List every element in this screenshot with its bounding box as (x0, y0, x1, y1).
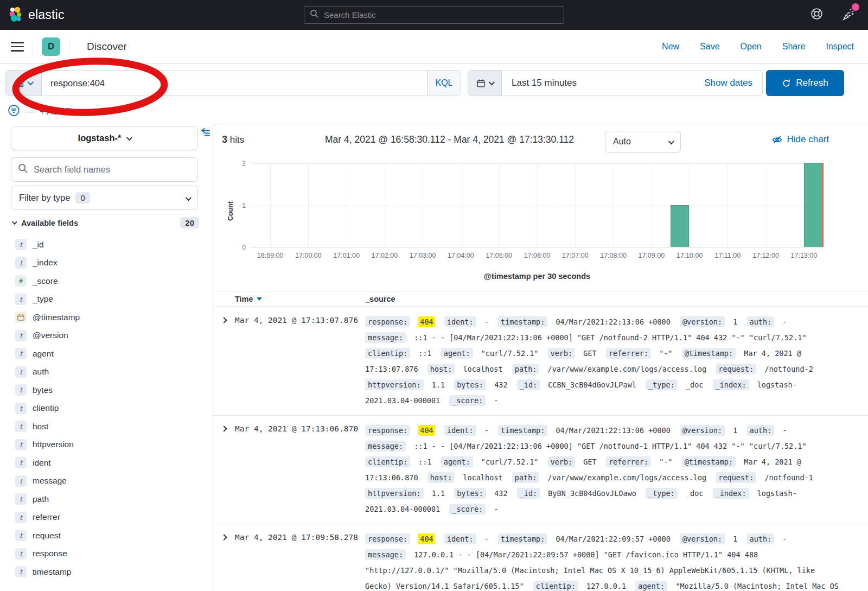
source-field-badge: _score: (449, 504, 486, 514)
expand-row-button[interactable] (213, 423, 235, 431)
text-field-icon: t (15, 257, 27, 269)
text-field-icon: t (15, 457, 27, 468)
field-item-@timestamp[interactable]: @timestamp (0, 308, 213, 327)
index-pattern-select[interactable]: logstash-* (11, 126, 198, 150)
x-tick-label: 17:08:00 (592, 252, 635, 259)
add-filter-button[interactable]: + Add filter (40, 106, 82, 117)
field-item-_score[interactable]: #_score (0, 272, 213, 290)
field-item-@version[interactable]: t@version (0, 327, 213, 345)
histogram-bar[interactable] (804, 163, 822, 247)
field-item-httpversion[interactable]: thttpversion (0, 436, 213, 454)
source-value: - (484, 535, 489, 543)
doc-timestamp: Mar 4, 2021 @ 17:13:07.876 (235, 314, 365, 325)
expand-row-button[interactable] (213, 531, 235, 539)
show-dates-button[interactable]: Show dates (694, 71, 762, 96)
x-tick-label: 17:12:00 (744, 252, 788, 259)
field-item-_id[interactable]: t_id (0, 236, 213, 254)
source-value: 04/Mar/2021:22:13:06 +0000 (556, 426, 670, 435)
source-field-badge: verb: (548, 348, 576, 359)
source-field-badge: message: (365, 549, 406, 560)
x-tick-label: 17:09:00 (630, 252, 673, 259)
action-new[interactable]: New (662, 42, 679, 52)
doc-table-header: Time _source (213, 291, 868, 307)
refresh-icon (782, 79, 791, 88)
query-language-button[interactable]: KQL (427, 71, 461, 96)
source-field-badge: ident: (444, 316, 476, 327)
field-item-auth[interactable]: tauth (0, 363, 213, 382)
action-inspect[interactable]: Inspect (826, 42, 854, 52)
chevron-right-icon (221, 317, 227, 323)
query-bar: response:404 KQL (5, 70, 461, 96)
histogram-plot (251, 163, 823, 247)
table-row: Mar 4, 2021 @ 17:13:07.876response: 404 … (213, 307, 868, 416)
chevron-down-icon (668, 138, 674, 144)
source-value: CCBN_3cB04dGovJLPawl (548, 380, 636, 389)
source-field-badge: bytes: (454, 488, 486, 499)
elastic-logo[interactable]: elastic (9, 6, 65, 24)
field-item-referrer[interactable]: treferrer (0, 509, 213, 527)
field-item-path[interactable]: tpath (0, 490, 213, 509)
highlighted-value: 404 (418, 316, 435, 327)
source-value: /var/www/example.com/logs/access.log (548, 365, 707, 373)
x-tick-label: 17:00:00 (286, 252, 330, 259)
source-value: ::1 - - [04/Mar/2021:22:13:06 +0000] "GE… (414, 333, 806, 342)
source-value: GET (583, 457, 596, 466)
field-item-bytes[interactable]: tbytes (0, 381, 213, 399)
field-search-input[interactable]: Search field names (11, 157, 198, 182)
field-item-_index[interactable]: t_index (0, 254, 213, 272)
source-field-badge: path: (512, 364, 540, 374)
hide-chart-button[interactable]: Hide chart (772, 134, 829, 145)
expand-row-button[interactable] (213, 314, 235, 322)
field-item-ident[interactable]: tident (0, 454, 213, 472)
refresh-button[interactable]: Refresh (766, 70, 844, 96)
filter-icon[interactable] (8, 104, 20, 119)
x-tick-label: 17:13:00 (782, 252, 826, 259)
discover-app-badge[interactable]: D (42, 37, 60, 56)
doc-timestamp: Mar 4, 2021 @ 17:13:06.870 (235, 423, 365, 433)
saved-queries-button[interactable] (6, 71, 42, 96)
field-item-clientip[interactable]: tclientip (0, 399, 213, 418)
global-search-input[interactable]: Search Elastic (304, 6, 564, 24)
time-range-button[interactable]: Last 15 minutes (502, 71, 694, 96)
source-field-badge: response: (365, 316, 410, 327)
filter-by-type-select[interactable]: Filter by type 0 (11, 186, 198, 210)
field-item-host[interactable]: thost (0, 417, 213, 436)
action-share[interactable]: Share (782, 42, 806, 52)
source-value: - (782, 535, 787, 543)
interval-select[interactable]: Auto (605, 131, 681, 152)
source-field-badge: clientip: (365, 348, 410, 359)
histogram-bar[interactable] (671, 205, 689, 247)
calendar-button[interactable] (468, 71, 502, 96)
number-field-icon: # (15, 275, 27, 287)
help-icon[interactable] (810, 7, 824, 23)
field-item-request[interactable]: trequest (0, 526, 213, 545)
field-name: _score (33, 276, 58, 286)
field-name: referrer (33, 512, 60, 522)
x-tick-label: 17:04:00 (439, 252, 482, 259)
source-field-badge: message: (365, 441, 406, 452)
available-fields-header[interactable]: Available fields 20 (12, 217, 199, 228)
field-item-agent[interactable]: tagent (0, 345, 213, 363)
field-item-timestamp[interactable]: ttimestamp (0, 563, 213, 581)
column-time[interactable]: Time (235, 295, 365, 303)
action-open[interactable]: Open (741, 42, 762, 52)
source-field-badge: request: (716, 364, 756, 374)
action-save[interactable]: Save (700, 42, 719, 52)
newsfeed-icon[interactable] (842, 7, 856, 23)
field-item-message[interactable]: tmessage (0, 472, 213, 491)
field-name: host (33, 422, 48, 431)
y-tick-label: 2 (232, 160, 246, 167)
collapse-sidebar-icon[interactable] (201, 127, 211, 139)
source-value: localhost (463, 473, 502, 482)
query-bar-zone: response:404 KQL Last 15 minutes Show da… (0, 64, 868, 124)
field-item-response[interactable]: tresponse (0, 545, 213, 563)
eye-slash-icon (772, 135, 782, 145)
field-item-_type[interactable]: t_type (0, 290, 213, 309)
available-fields-count: 20 (180, 217, 199, 228)
menu-icon[interactable] (11, 42, 24, 52)
source-field-badge: httpversion: (365, 488, 424, 499)
field-name: _type (33, 294, 53, 304)
query-input[interactable]: response:404 (42, 71, 427, 96)
table-row: Mar 4, 2021 @ 17:13:06.870response: 404 … (213, 416, 868, 524)
source-field-badge: referrer: (606, 348, 651, 359)
